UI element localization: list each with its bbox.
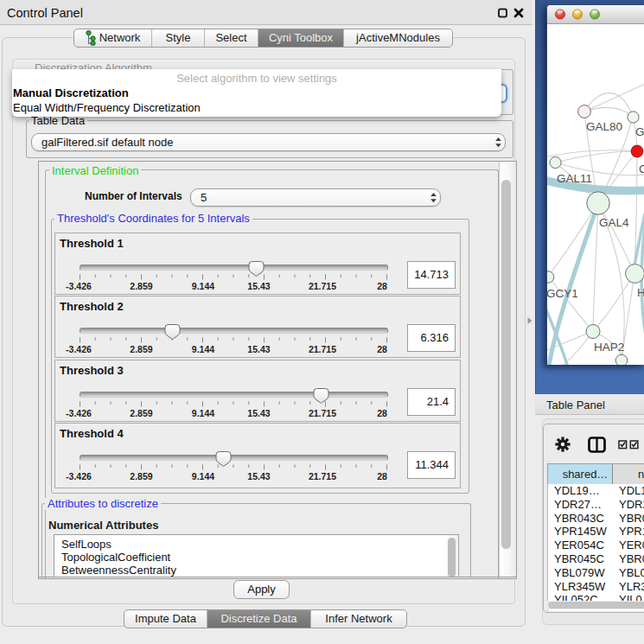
svg-text:C: C	[639, 163, 644, 175]
svg-text:H: H	[637, 286, 644, 299]
svg-text:GA: GA	[635, 125, 644, 138]
svg-text:GAL11: GAL11	[557, 172, 592, 185]
svg-text:GCY1: GCY1	[547, 287, 578, 300]
svg-text:GAL4: GAL4	[599, 216, 629, 229]
svg-text:GAL80: GAL80	[586, 120, 622, 133]
svg-text:HAP2: HAP2	[594, 341, 624, 354]
